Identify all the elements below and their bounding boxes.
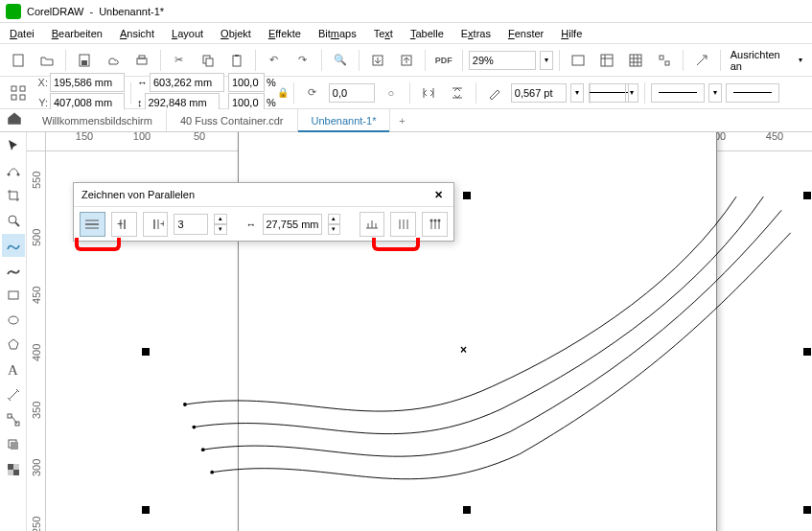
outline-width-dropdown[interactable]: ▾: [570, 83, 584, 103]
docker-close-button[interactable]: ✕: [430, 187, 446, 202]
ellipse-tool[interactable]: [2, 309, 25, 332]
end-arrow-button[interactable]: [726, 83, 779, 103]
count-down[interactable]: ▾: [214, 224, 226, 235]
line-style-button[interactable]: [651, 83, 705, 103]
menu-hilfe[interactable]: Hilfe: [561, 28, 582, 39]
artistic-media-tool[interactable]: [2, 259, 25, 282]
sel-handle-e[interactable]: [803, 348, 811, 356]
copy-button[interactable]: [196, 48, 220, 73]
redo-button[interactable]: ↷: [290, 48, 315, 73]
parallel-distance-input[interactable]: [263, 214, 322, 235]
rotation-input[interactable]: [329, 83, 375, 103]
mirror-v-button[interactable]: [445, 81, 470, 105]
rotation-center-button[interactable]: ○: [379, 81, 404, 105]
menu-objekt[interactable]: Objekt: [220, 28, 251, 39]
canvas-area[interactable]: 150 100 50 0 50 100 150 200 250 300 350 …: [27, 132, 812, 531]
count-up[interactable]: ▴: [214, 214, 226, 224]
svg-rect-30: [9, 291, 18, 299]
parallel-mode-left-button[interactable]: +: [111, 212, 137, 237]
line-style-dropdown[interactable]: ▾: [708, 83, 722, 103]
start-arrow-button[interactable]: [596, 81, 621, 105]
menu-text[interactable]: Text: [374, 28, 393, 39]
pdf-button[interactable]: PDF: [431, 48, 456, 73]
parallel-opt2-button[interactable]: [390, 212, 416, 237]
import-button[interactable]: [365, 48, 390, 73]
grid-button[interactable]: [623, 48, 648, 73]
width-input[interactable]: [150, 73, 224, 92]
connector-tool[interactable]: [2, 408, 25, 431]
launch-button[interactable]: [689, 48, 714, 73]
search-button[interactable]: 🔍: [328, 48, 353, 73]
print-button[interactable]: [129, 48, 154, 73]
sel-handle-n[interactable]: [463, 192, 471, 199]
menu-bearbeiten[interactable]: Bearbeiten: [52, 28, 103, 39]
parallel-drawing-docker[interactable]: Zeichnen von Parallelen ✕ + + ▴▾ ↔ ▴▾: [73, 182, 454, 242]
cut-button[interactable]: ✂: [167, 48, 192, 73]
x-position-input[interactable]: [50, 73, 125, 92]
parallel-count-input[interactable]: [174, 214, 208, 235]
scale-x-input[interactable]: [228, 73, 265, 92]
svg-rect-23: [12, 95, 16, 100]
dist-down[interactable]: ▾: [328, 224, 340, 235]
parallel-dimension-tool[interactable]: [2, 383, 25, 406]
sel-handle-ne[interactable]: [803, 192, 811, 199]
polygon-tool[interactable]: [2, 334, 25, 357]
menu-tabelle[interactable]: Tabelle: [410, 28, 444, 39]
home-icon[interactable]: [6, 109, 23, 127]
undo-button[interactable]: ↶: [262, 48, 287, 73]
snap-to-dropdown[interactable]: Ausrichten an▾: [727, 49, 806, 72]
menu-bitmaps[interactable]: Bitmaps: [318, 28, 357, 39]
parallel-mode-right-button[interactable]: +: [143, 212, 169, 237]
freehand-tool[interactable]: [2, 234, 25, 257]
open-button[interactable]: [35, 48, 59, 73]
cloud-button[interactable]: [101, 48, 126, 73]
transparency-tool[interactable]: [2, 458, 25, 481]
sel-handle-w[interactable]: [142, 348, 150, 356]
shape-tool[interactable]: [2, 159, 25, 182]
menu-datei[interactable]: Datei: [10, 28, 35, 39]
svg-point-45: [192, 426, 196, 429]
ruler-vertical[interactable]: 550 500 450 400 350 300 250: [27, 151, 46, 531]
paste-button[interactable]: [224, 48, 249, 73]
fullscreen-button[interactable]: [566, 48, 591, 73]
start-arrow-dropdown[interactable]: ▾: [625, 83, 638, 103]
crop-tool[interactable]: [2, 184, 25, 207]
sel-handle-sw[interactable]: [142, 506, 150, 514]
canvas[interactable]: × Zeichnen von Parallelen ✕ + + ▴▾ ↔: [46, 151, 812, 531]
menu-extras[interactable]: Extras: [461, 28, 491, 39]
sel-handle-s[interactable]: [463, 506, 471, 514]
zoom-tool[interactable]: [2, 209, 25, 232]
menu-ansicht[interactable]: Ansicht: [120, 28, 154, 39]
dist-up[interactable]: ▴: [328, 214, 340, 224]
menu-effekte[interactable]: Effekte: [268, 28, 301, 39]
parallel-mode-both-button[interactable]: [80, 212, 105, 237]
sel-center[interactable]: ×: [460, 343, 467, 357]
svg-rect-41: [13, 470, 19, 475]
parallel-opt3-button[interactable]: [422, 212, 448, 237]
menu-layout[interactable]: Layout: [172, 28, 203, 39]
outline-width-input[interactable]: [511, 83, 567, 103]
tab-unbenannt[interactable]: Unbenannt-1*: [298, 109, 391, 131]
tab-add-button[interactable]: +: [390, 109, 413, 131]
save-button[interactable]: [72, 48, 97, 73]
zoom-dropdown[interactable]: ▾: [540, 51, 553, 70]
text-tool[interactable]: A: [2, 358, 25, 381]
mirror-h-button[interactable]: [416, 81, 441, 105]
zoom-input[interactable]: [469, 51, 536, 70]
guides-button[interactable]: [652, 48, 677, 73]
svg-rect-43: [8, 470, 13, 475]
parallel-opt1-button[interactable]: [360, 212, 385, 237]
show-rulers-button[interactable]: [594, 48, 619, 73]
ruler-origin[interactable]: [27, 132, 46, 151]
pick-tool[interactable]: [2, 134, 25, 157]
lock-ratio-icon[interactable]: 🔒: [278, 87, 288, 98]
rectangle-tool[interactable]: [2, 284, 25, 307]
export-button[interactable]: [394, 48, 419, 73]
drop-shadow-tool[interactable]: [2, 433, 25, 456]
new-button[interactable]: [6, 48, 31, 73]
tab-welcome[interactable]: Willkommensbildschirm: [29, 109, 167, 131]
tab-container[interactable]: 40 Fuss Container.cdr: [167, 109, 298, 131]
svg-rect-35: [8, 414, 12, 418]
sel-handle-se[interactable]: [803, 506, 811, 514]
menu-fenster[interactable]: Fenster: [508, 28, 544, 39]
